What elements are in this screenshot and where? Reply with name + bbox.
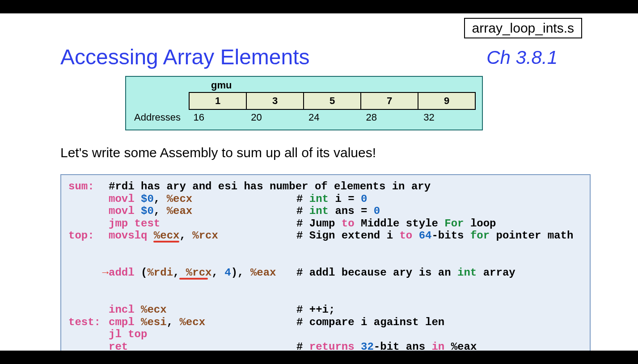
- op: incl: [109, 304, 135, 316]
- label-test: test:: [68, 316, 109, 329]
- reg: %ecx: [167, 193, 193, 205]
- bottom-black-bar: [0, 351, 638, 364]
- label-top: top:: [68, 230, 109, 267]
- op: movslq: [109, 230, 147, 242]
- array-name: gmu: [211, 79, 477, 91]
- filename-box: array_loop_ints.s: [464, 18, 582, 38]
- chapter-ref: Ch 3.8.1: [486, 47, 558, 68]
- address: 28: [363, 112, 420, 123]
- array-cell: 1: [189, 92, 247, 110]
- red-underline-annotation: [153, 241, 179, 243]
- address: 24: [305, 112, 363, 123]
- op: addl: [109, 267, 135, 279]
- op: movl: [109, 193, 135, 205]
- array-cell: 7: [360, 92, 418, 110]
- slide: array_loop_ints.s Accessing Array Elemen…: [0, 13, 638, 351]
- op: jmp: [109, 218, 128, 230]
- top-black-bar: [0, 0, 638, 13]
- array-diagram: gmu 1 3 5 7 9 Addresses 16 20 24 28 32: [125, 76, 483, 130]
- slide-title: Accessing Array Elements: [60, 45, 310, 69]
- address: 20: [247, 112, 305, 123]
- imm: $0: [141, 193, 154, 205]
- arrow-annotation: →: [102, 267, 109, 279]
- assembly-code: sum: #rdi has ary and esi has number of …: [60, 174, 591, 359]
- addresses-label: Addresses: [131, 112, 190, 123]
- address: 16: [190, 112, 248, 123]
- label-sum: sum:: [68, 180, 109, 193]
- op: jl: [109, 328, 122, 340]
- subtitle: Let's write some Assembly to sum up all …: [60, 145, 376, 160]
- array-cell: 3: [246, 92, 304, 110]
- op: cmpl: [109, 316, 135, 328]
- address: 32: [420, 112, 477, 123]
- red-underline-annotation: [179, 278, 208, 280]
- array-cell: 9: [418, 92, 476, 110]
- op: movl: [109, 205, 135, 217]
- array-cell: 5: [303, 92, 361, 110]
- comment-header: #rdi has ary and esi has number of eleme…: [109, 180, 431, 193]
